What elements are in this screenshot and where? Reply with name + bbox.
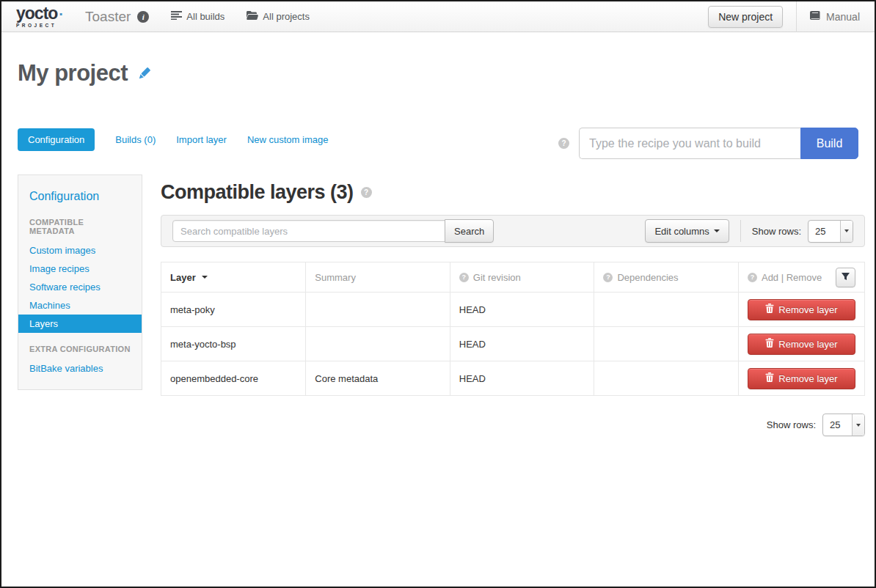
edit-columns-label: Edit columns [654, 226, 709, 237]
layer-name-cell: meta-yocto-bsp [161, 327, 306, 361]
nav-all-projects[interactable]: All projects [247, 11, 310, 22]
nav-all-builds-label: All builds [186, 11, 225, 22]
show-rows-value: 25 [809, 226, 840, 237]
layer-git-revision-cell: HEAD [450, 327, 594, 361]
filter-funnel-icon [842, 272, 850, 283]
configuration-sidebar: Configuration COMPATIBLE METADATA Custom… [18, 174, 142, 390]
nav-all-projects-label: All projects [263, 11, 310, 22]
navbar-divider [796, 1, 797, 32]
top-navbar: yocto· PROJECT Toaster i All builds All … [1, 1, 875, 32]
column-header-git-revision[interactable]: ?Git revision [450, 262, 594, 293]
layer-name-cell: meta-poky [161, 293, 306, 327]
compatible-layers-table: Layer Summary ?Git revision ?Dependencie… [161, 262, 865, 396]
sidebar-item-layers[interactable]: Layers [18, 315, 142, 333]
remove-layer-button[interactable]: Remove layer [748, 299, 855, 320]
tab-import-layer[interactable]: Import layer [176, 134, 227, 145]
layer-summary-cell [306, 293, 450, 327]
table-row: meta-yocto-bsp HEAD Remove layer [161, 327, 865, 361]
trash-icon [765, 372, 774, 384]
search-input[interactable] [172, 220, 445, 242]
sort-caret-icon [202, 276, 208, 279]
sidebar-heading-extra-configuration: EXTRA CONFIGURATION [18, 345, 142, 353]
build-form: ? Build [558, 128, 858, 159]
chevron-down-icon [714, 229, 720, 232]
layers-help-icon[interactable]: ? [361, 187, 372, 198]
build-recipe-input[interactable] [579, 128, 800, 159]
layer-summary-cell [306, 327, 450, 361]
table-row: openembedded-core Core metadata HEAD Rem… [161, 361, 865, 396]
project-tabs: Configuration Builds (0) Import layer Ne… [18, 128, 328, 151]
remove-layer-button[interactable]: Remove layer [748, 368, 855, 389]
show-rows-select-bottom[interactable]: 25 [822, 414, 865, 436]
edit-columns-button[interactable]: Edit columns [645, 219, 729, 243]
logo-dot: · [59, 6, 63, 22]
info-icon[interactable]: i [137, 11, 149, 23]
page-section-title: Compatible layers (3) [161, 181, 354, 204]
manual-link[interactable]: Manual [810, 11, 860, 23]
new-project-button[interactable]: New project [708, 6, 783, 28]
sidebar-item-machines[interactable]: Machines [18, 296, 142, 315]
trash-icon [765, 338, 774, 350]
tab-builds[interactable]: Builds (0) [115, 134, 156, 145]
column-header-dependencies[interactable]: ?Dependencies [594, 262, 739, 293]
logo-brand: yocto [16, 4, 57, 23]
manual-label: Manual [826, 11, 860, 23]
table-toolbar: Search Edit columns Show rows: 25 [161, 215, 865, 247]
sidebar-item-configuration[interactable]: Configuration [18, 190, 142, 203]
build-help-icon[interactable]: ? [558, 138, 569, 149]
trash-icon [765, 304, 774, 315]
column-header-layer[interactable]: Layer [161, 262, 306, 293]
layer-summary-cell: Core metadata [306, 361, 450, 396]
tab-new-custom-image[interactable]: New custom image [247, 134, 329, 145]
yocto-logo[interactable]: yocto· PROJECT [16, 5, 63, 29]
folder-open-icon [247, 11, 258, 22]
layer-git-revision-cell: HEAD [450, 361, 594, 396]
remove-layer-button[interactable]: Remove layer [748, 334, 855, 355]
nav-all-builds[interactable]: All builds [171, 11, 225, 22]
show-rows-label: Show rows: [752, 226, 801, 237]
layer-name-cell: openembedded-core [161, 361, 306, 396]
layer-dependencies-cell [594, 361, 739, 396]
sidebar-item-software-recipes[interactable]: Software recipes [18, 278, 142, 296]
sidebar-item-image-recipes[interactable]: Image recipes [18, 260, 142, 278]
git-revision-help-icon[interactable]: ? [459, 273, 469, 282]
tab-configuration[interactable]: Configuration [18, 128, 95, 151]
sidebar-item-custom-images[interactable]: Custom images [18, 241, 142, 260]
add-remove-help-icon[interactable]: ? [748, 273, 757, 282]
column-header-summary[interactable]: Summary [306, 262, 450, 293]
edit-pencil-icon[interactable] [136, 66, 152, 81]
table-row: meta-poky HEAD Remove layer [161, 293, 865, 327]
dependencies-help-icon[interactable]: ? [603, 273, 613, 282]
table-header-row: Layer Summary ?Git revision ?Dependencie… [161, 262, 865, 293]
toolbar-divider [740, 220, 741, 242]
page-title: My project [18, 60, 128, 87]
column-header-add-remove: ? Add | Remove [738, 262, 864, 293]
builds-list-icon [171, 11, 182, 22]
layer-git-revision-cell: HEAD [450, 293, 594, 327]
main-content: Compatible layers (3) ? Search Edit colu… [161, 181, 865, 436]
chevron-down-icon [852, 414, 864, 436]
show-rows-value: 25 [823, 419, 852, 430]
chevron-down-icon [840, 221, 853, 242]
logo-subtitle: PROJECT [16, 23, 63, 29]
build-button[interactable]: Build [800, 128, 858, 159]
sidebar-heading-compatible-metadata: COMPATIBLE METADATA [18, 218, 142, 235]
show-rows-label: Show rows: [767, 419, 816, 430]
sidebar-item-bitbake-variables[interactable]: BitBake variables [18, 359, 142, 378]
layer-dependencies-cell [594, 293, 739, 327]
show-rows-select[interactable]: 25 [808, 220, 853, 243]
app-name: Toaster [85, 9, 131, 25]
filter-button[interactable] [836, 268, 855, 287]
layer-dependencies-cell [594, 327, 739, 361]
search-button[interactable]: Search [445, 219, 494, 243]
book-icon [810, 11, 821, 23]
